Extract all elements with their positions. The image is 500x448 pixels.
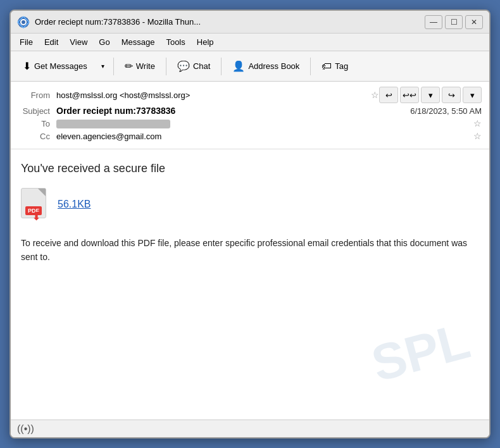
menu-file[interactable]: File [15,35,38,49]
tag-icon: 🏷 [322,61,332,72]
tag-label: Tag [335,61,348,71]
menu-go[interactable]: Go [94,35,115,49]
reply-actions: ↩ ↩↩ ▾ ↪ ▾ [379,87,482,103]
write-button[interactable]: ✏ Write [118,55,162,78]
to-redacted [56,120,170,128]
menu-view[interactable]: View [65,35,92,49]
to-label: To [18,119,56,128]
menu-bar: File Edit View Go Message Tools Help [11,34,489,51]
toolbar-divider-1 [113,58,114,75]
subject-value: Order reciept num:73783836 [56,106,410,116]
chat-icon: 💬 [177,60,190,72]
address-book-label: Address Book [248,61,299,71]
cc-row: Cc eleven.agencies@gmail.com ☆ [18,131,482,141]
connection-status-icon: ((•)) [17,423,34,435]
toolbar-divider-2 [166,58,166,75]
menu-tools[interactable]: Tools [161,35,190,49]
minimize-button[interactable]: — [425,15,442,29]
from-row: From host@mslssl.org <host@mslssl.org> ☆… [18,87,482,103]
tag-button[interactable]: 🏷 Tag [315,55,355,78]
svg-point-2 [22,20,25,24]
reply-all-button[interactable]: ↩↩ [400,87,419,103]
window-controls: — ☐ ✕ [425,15,483,29]
attachment-area: PDF ⬇ 56.1KB [21,188,479,221]
to-star-icon[interactable]: ☆ [473,118,482,128]
email-header: From host@mslssl.org <host@mslssl.org> ☆… [11,82,489,149]
from-label: From [18,90,56,100]
menu-edit[interactable]: Edit [39,35,63,49]
cc-star-icon[interactable]: ☆ [473,131,482,141]
get-messages-dropdown[interactable]: ▾ [97,55,109,78]
cc-value: eleven.agencies@gmail.com [56,132,470,141]
menu-message[interactable]: Message [116,35,160,49]
pdf-icon: PDF ⬇ [21,188,51,221]
watermark: SPL [366,311,476,393]
get-messages-button[interactable]: ⬇ Get Messages [16,55,94,78]
write-label: Write [136,61,155,71]
forward-button[interactable]: ↪ [442,87,461,103]
reply-dropdown[interactable]: ▾ [421,87,440,103]
subject-label: Subject [18,106,56,116]
status-bar: ((•)) [11,420,489,437]
toolbar: ⬇ Get Messages ▾ ✏ Write 💬 Chat 👤 Addres… [11,51,489,82]
address-book-button[interactable]: 👤 Address Book [225,55,306,78]
address-book-icon: 👤 [232,60,245,72]
toolbar-divider-4 [310,58,311,75]
maximize-button[interactable]: ☐ [445,15,463,29]
toolbar-divider-3 [221,58,222,75]
more-dropdown[interactable]: ▾ [463,87,482,103]
close-button[interactable]: ✕ [465,15,483,29]
to-value [56,118,470,128]
cc-label: Cc [18,132,56,141]
pdf-download-arrow: ⬇ [32,209,41,223]
reply-button[interactable]: ↩ [379,87,398,103]
main-window: Order reciept num:73783836 - Mozilla Thu… [9,9,491,439]
chat-button[interactable]: 💬 Chat [170,55,217,78]
title-bar: Order reciept num:73783836 - Mozilla Thu… [11,11,489,34]
get-messages-icon: ⬇ [23,60,31,72]
get-messages-label: Get Messages [34,61,87,71]
to-row: To ☆ [18,118,482,128]
body-text: To receive and download this PDF file, p… [21,236,479,264]
subject-row: Subject Order reciept num:73783836 6/18/… [18,106,482,116]
from-star-icon[interactable]: ☆ [371,90,379,100]
email-body: SPL You've received a secure file PDF ⬇ … [11,149,489,420]
window-title: Order reciept num:73783836 - Mozilla Thu… [35,17,425,27]
chat-label: Chat [193,61,210,71]
menu-help[interactable]: Help [192,35,219,49]
app-icon [17,16,30,28]
secure-file-text: You've received a secure file [21,162,479,175]
write-icon: ✏ [125,60,133,72]
date-value: 6/18/2023, 5:50 AM [410,106,482,116]
attachment-link[interactable]: 56.1KB [58,199,91,210]
pdf-icon-corner [38,189,46,196]
from-value: host@mslssl.org <host@mslssl.org> [56,90,367,100]
